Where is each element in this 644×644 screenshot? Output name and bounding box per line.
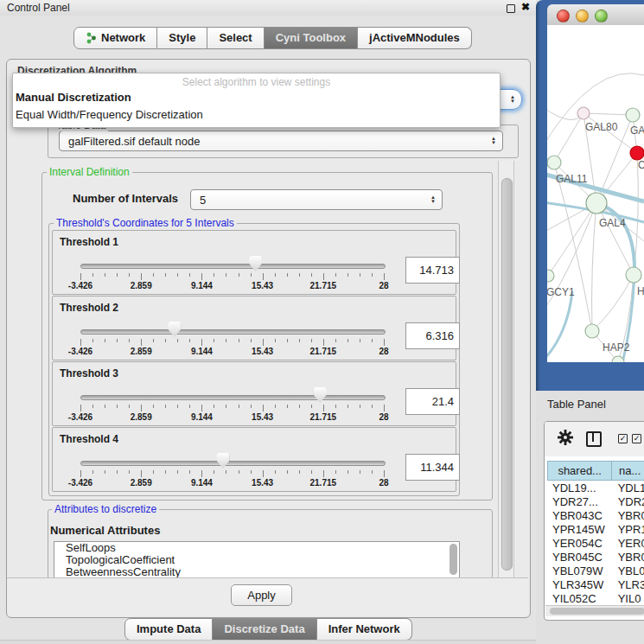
table-row[interactable]: YDL19...YDL1 bbox=[547, 481, 644, 495]
slider-thumb[interactable] bbox=[249, 256, 262, 271]
column-header-shared-name[interactable]: shared... bbox=[547, 461, 612, 481]
threshold-value-field[interactable]: 21.4 bbox=[405, 388, 460, 415]
cell-name: YBL0 bbox=[614, 564, 644, 578]
column-header-name[interactable]: na... bbox=[612, 461, 644, 481]
tick bbox=[251, 339, 252, 342]
tick bbox=[335, 405, 336, 408]
close-icon[interactable]: ✖ bbox=[521, 1, 530, 13]
node-gal80[interactable] bbox=[577, 107, 590, 119]
network-window-titlebar[interactable] bbox=[547, 4, 644, 26]
node-h[interactable] bbox=[626, 267, 641, 283]
threshold-4-box: Threshold 4-3.4262.8599.14415.4321.71528… bbox=[52, 427, 456, 492]
popup-hint: Select algorithm to view settings bbox=[13, 76, 500, 88]
bottom-tab-bar: Impute DataDiscretize DataInfer Network bbox=[124, 618, 412, 641]
table-data-combobox[interactable]: galFiltered.sif default node ▲▼ bbox=[59, 131, 503, 151]
table-hscrollbar-thumb[interactable] bbox=[550, 608, 644, 615]
tick bbox=[360, 273, 360, 277]
table-row[interactable]: YBR043CYBR0 bbox=[547, 509, 644, 523]
tick bbox=[275, 405, 276, 408]
tab-label: Style bbox=[169, 28, 195, 48]
panel-scrollbar-track[interactable] bbox=[498, 161, 514, 577]
tab-discretize-data[interactable]: Discretize Data bbox=[213, 618, 316, 641]
close-traffic-light-icon[interactable] bbox=[557, 10, 570, 22]
node-label[interactable]: C bbox=[638, 159, 644, 171]
table-row[interactable]: YPR145WYPR1 bbox=[547, 523, 644, 537]
slider-track[interactable] bbox=[80, 395, 386, 400]
tick bbox=[226, 405, 226, 408]
node-hap2[interactable] bbox=[585, 324, 599, 338]
slider-thumb[interactable] bbox=[168, 322, 181, 337]
tab-impute-data[interactable]: Impute Data bbox=[124, 618, 213, 641]
number-of-intervals-value: 5 bbox=[191, 194, 430, 207]
node-gcy1[interactable] bbox=[547, 270, 554, 282]
node-gal4[interactable] bbox=[586, 193, 607, 214]
column-layout-icon[interactable] bbox=[586, 431, 602, 447]
node-label[interactable]: GAL80 bbox=[585, 121, 618, 133]
node-gal11[interactable] bbox=[547, 156, 561, 169]
tick bbox=[80, 339, 81, 346]
tick bbox=[348, 470, 348, 474]
list-item-selfloops[interactable]: SelfLoops bbox=[54, 542, 459, 554]
tab-select[interactable]: Select bbox=[207, 27, 264, 49]
tick bbox=[226, 339, 226, 342]
list-item-betweennesscentrality[interactable]: BetweennessCentrality bbox=[54, 566, 459, 578]
table-row[interactable]: YIL052CYIL0 bbox=[547, 592, 644, 606]
slider-track[interactable] bbox=[80, 264, 386, 269]
tab-cyni-toolbox[interactable]: Cyni Toolbox bbox=[265, 27, 358, 49]
cell-shared-name: YDR27... bbox=[547, 495, 614, 509]
table-row[interactable]: YLR345WYLR3 bbox=[547, 578, 644, 592]
node-label[interactable]: GCY1 bbox=[547, 286, 575, 298]
apply-button[interactable]: Apply bbox=[231, 584, 292, 606]
zoom-traffic-light-icon[interactable] bbox=[595, 10, 608, 22]
network-canvas[interactable]: GAL80GACGAL11GAL4GCY1HHAP2 bbox=[547, 25, 644, 362]
node-label[interactable]: GA bbox=[630, 124, 644, 137]
minimize-traffic-light-icon[interactable] bbox=[576, 10, 589, 22]
slider-thumb[interactable] bbox=[216, 453, 229, 469]
threshold-label: Threshold 3 bbox=[60, 367, 118, 379]
slider-scale: -3.4262.8599.14415.4321.71528 bbox=[80, 347, 384, 357]
cell-shared-name: YBR043C bbox=[547, 509, 614, 523]
node-label[interactable]: HAP2 bbox=[603, 341, 630, 354]
list-scrollbar-thumb[interactable] bbox=[450, 544, 457, 575]
scale-label: 28 bbox=[379, 347, 388, 356]
slider-track[interactable] bbox=[80, 461, 386, 466]
node-label[interactable]: GAL4 bbox=[599, 217, 626, 229]
tick bbox=[201, 470, 202, 477]
tab-network[interactable]: Network bbox=[73, 27, 157, 49]
tick bbox=[226, 273, 226, 277]
threshold-value-field[interactable]: 14.713 bbox=[405, 257, 460, 284]
node-label[interactable]: H bbox=[637, 285, 644, 297]
threshold-value-field[interactable]: 11.344 bbox=[405, 454, 460, 481]
threshold-value-field[interactable]: 6.316 bbox=[405, 322, 460, 349]
tick bbox=[299, 273, 300, 277]
table-row[interactable]: YDR27...YDR2 bbox=[547, 495, 644, 509]
node-ga[interactable] bbox=[626, 108, 640, 122]
table-row[interactable]: YBR045CYBR0 bbox=[547, 551, 644, 564]
node-c[interactable] bbox=[630, 146, 644, 160]
number-of-intervals-combobox[interactable]: 5 ▲▼ bbox=[190, 189, 443, 210]
table-row[interactable]: YBL079WYBL0 bbox=[547, 564, 644, 578]
slider-thumb[interactable] bbox=[314, 387, 327, 403]
tick bbox=[311, 470, 312, 474]
threshold-label: Threshold 4 bbox=[60, 433, 118, 445]
gear-icon[interactable] bbox=[557, 429, 574, 446]
table-hscrollbar-track[interactable] bbox=[545, 605, 644, 616]
tick bbox=[105, 405, 105, 408]
tab-infer-network[interactable]: Infer Network bbox=[317, 618, 412, 641]
table-row[interactable]: YER054CYER0 bbox=[547, 537, 644, 551]
cell-name: YER0 bbox=[614, 537, 644, 551]
node-label[interactable]: GAL11 bbox=[556, 173, 588, 185]
scale-label: 2.859 bbox=[131, 281, 152, 290]
network-icon bbox=[86, 32, 97, 44]
panel-scrollbar-thumb[interactable] bbox=[501, 178, 513, 571]
list-item-topologicalcoefficient[interactable]: TopologicalCoefficient bbox=[54, 554, 459, 566]
menu-item-equal-width-frequency[interactable]: Equal Width/Frequency Discretization bbox=[15, 108, 498, 124]
checkbox-icon[interactable]: ✓ bbox=[618, 434, 628, 443]
tab-jactivemnodules[interactable]: jActiveMNodules bbox=[358, 27, 472, 49]
checkbox-icon[interactable]: ✓ bbox=[632, 434, 641, 443]
float-window-icon[interactable] bbox=[507, 4, 515, 13]
menu-item-manual-discretization[interactable]: Manual Discretization bbox=[15, 91, 498, 106]
tab-style[interactable]: Style bbox=[157, 27, 207, 49]
numerical-attributes-list[interactable]: SelfLoopsTopologicalCoefficientBetweenne… bbox=[54, 541, 460, 579]
slider-track[interactable] bbox=[80, 329, 386, 335]
